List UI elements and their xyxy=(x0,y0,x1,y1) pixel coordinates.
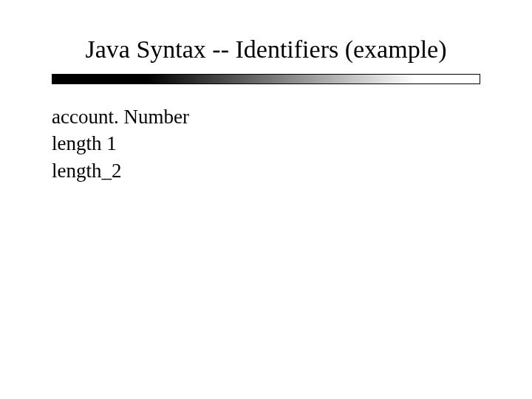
identifier-line: length_2 xyxy=(52,157,480,184)
gradient-divider xyxy=(52,74,480,84)
identifier-line: length 1 xyxy=(52,130,480,157)
slide-title: Java Syntax -- Identifiers (example) xyxy=(0,35,532,64)
slide-body: account. Number length 1 length_2 xyxy=(52,103,480,184)
slide: Java Syntax -- Identifiers (example) acc… xyxy=(0,0,532,399)
identifier-line: account. Number xyxy=(52,103,480,130)
